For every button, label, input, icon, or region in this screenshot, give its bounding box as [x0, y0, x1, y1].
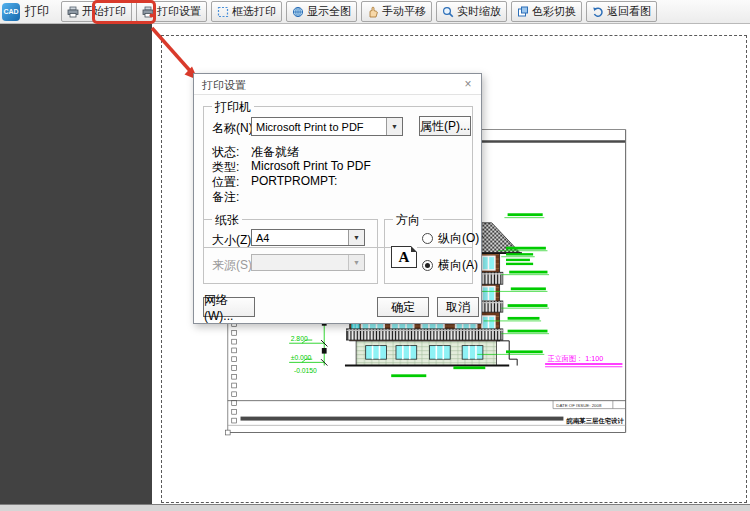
toolbar-title: 打印 — [25, 3, 49, 20]
portrait-radio[interactable] — [422, 233, 433, 244]
fit-view-icon — [292, 6, 304, 18]
realtime-zoom-button[interactable]: 实时缩放 — [436, 1, 507, 22]
cancel-button[interactable]: 取消 — [437, 297, 479, 317]
close-icon[interactable]: × — [459, 76, 477, 92]
status-bar — [0, 504, 750, 511]
chevron-down-icon[interactable]: ▼ — [348, 230, 364, 245]
paper-size-label: 大小(Z): — [212, 232, 255, 249]
type-value: Microsoft Print To PDF — [251, 159, 371, 173]
cad-logo: CAD — [2, 3, 20, 21]
dialog-titlebar[interactable]: 打印设置 × — [194, 74, 481, 95]
chevron-down-icon[interactable]: ▼ — [386, 118, 402, 135]
print-settings-dialog: 打印设置 × 打印机 名称(N): Microsoft Print to PDF… — [193, 73, 482, 324]
back-to-view-button[interactable]: 返回看图 — [586, 1, 657, 22]
show-full-view-button[interactable]: 显示全图 — [286, 1, 357, 22]
paper-source-select: ▼ — [251, 254, 365, 271]
chevron-down-icon: ▼ — [348, 255, 364, 270]
landscape-radio-row[interactable]: 横向(A) — [422, 257, 478, 274]
landscape-radio[interactable] — [422, 260, 433, 271]
landscape-page-icon: A — [391, 246, 417, 268]
ok-button[interactable]: 确定 — [377, 297, 429, 317]
printer-name-select[interactable]: Microsoft Print to PDF ▼ — [251, 117, 403, 136]
properties-button[interactable]: 属性(P)... — [419, 116, 471, 136]
paper-size-select[interactable]: A4 ▼ — [251, 229, 365, 246]
printer-name-label: 名称(N): — [212, 120, 256, 137]
portrait-radio-row[interactable]: 纵向(O) — [422, 230, 479, 247]
location-value: PORTPROMPT: — [251, 174, 337, 188]
highlight-box-print-settings — [92, 0, 156, 24]
back-icon — [592, 6, 604, 18]
left-dark-panel — [0, 23, 152, 505]
network-button[interactable]: 网络(W)... — [203, 297, 255, 317]
marquee-icon — [217, 6, 229, 18]
box-select-print-button[interactable]: 框选打印 — [211, 1, 282, 22]
app-window: DATE OF ISSUE: 2008 皖南某三层住宅设计 正立面图： 1:10… — [0, 0, 750, 511]
paper-source-label: 来源(S): — [212, 257, 255, 274]
pan-hand-icon — [367, 6, 379, 18]
color-switch-icon — [517, 6, 529, 18]
comment-label: 备注: — [212, 189, 239, 206]
dialog-title: 打印设置 — [202, 78, 246, 93]
printer-icon — [67, 6, 79, 18]
color-switch-button[interactable]: 色彩切换 — [511, 1, 582, 22]
zoom-icon — [442, 6, 454, 18]
manual-pan-button[interactable]: 手动平移 — [361, 1, 432, 22]
